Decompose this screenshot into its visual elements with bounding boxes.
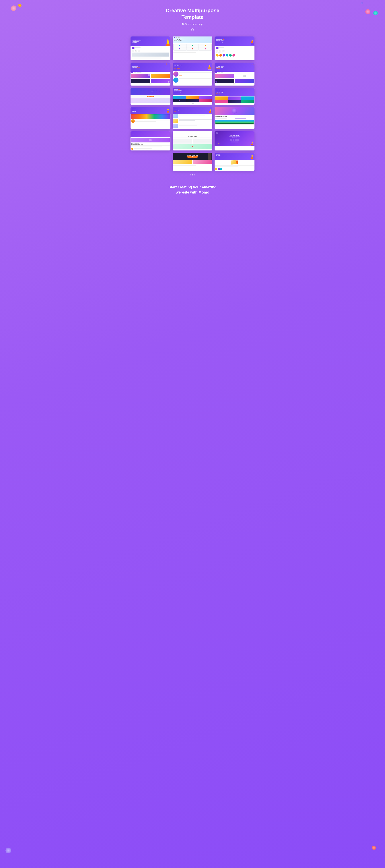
thumb-body-home-momo: 13 12. 15+ -25+	[130, 45, 170, 60]
coming-person	[251, 142, 254, 146]
stat-badge-13: 13	[132, 47, 134, 49]
pv2-grid	[173, 96, 212, 102]
cta-button[interactable]: Get In Touch	[147, 96, 154, 97]
thumb-header-pd: All We Do BeginsWith Your StoryPortfolio…	[215, 88, 255, 96]
pencils-image	[131, 114, 170, 119]
pv2-nav	[174, 89, 211, 90]
hst-all-link: All ports godemo	[250, 64, 254, 65]
saas-title: Better Agency/360 SolutionAt Your Finger…	[174, 38, 186, 41]
coming-soon-title: Coming Soon	[230, 134, 239, 136]
office-photo	[132, 53, 169, 57]
pv2-title: All We Do BeginsWith Your StoryPortfolio	[174, 90, 198, 94]
blog-list-title: Momo BlogList	[174, 110, 198, 112]
body-text-lines	[132, 57, 169, 59]
page-thumb-home-story[interactable]: All We Do BeginsWith Your Story 13 12. 1…	[215, 36, 255, 60]
product-grid	[173, 160, 212, 164]
blog-item-2	[173, 119, 212, 123]
blog-item-1	[173, 114, 212, 118]
hst-filter	[215, 72, 254, 73]
page-thumb-blog-list[interactable]: Momo BlogList	[173, 107, 213, 129]
contact-logo: Momo	[174, 133, 176, 133]
model-image	[208, 153, 212, 160]
pd-nav	[216, 90, 253, 90]
page-thumb-portfolio-story[interactable]: Your StoryPortfolio All ports godemo	[130, 63, 170, 86]
hst-portfolio-grid	[215, 74, 254, 83]
page-thumb-home-story-team[interactable]: All We Do BeginsWith Your StoryPortfolio…	[215, 63, 255, 86]
case-subtitle-text: Branding and designing each petal	[135, 120, 170, 120]
blog-text-3	[179, 124, 212, 126]
coming-soon-subtitle: Our new website is currently under const…	[229, 136, 240, 138]
sp2-title: All We Do BeginsWith YourStory Portfolio	[174, 65, 198, 69]
story-badge-13: 13	[216, 47, 219, 49]
team-section: Meet The Perfect Team	[216, 52, 253, 57]
thumb-body-home-story: 13 12. 15+ -25+ Meet The Perfect Team	[215, 45, 255, 60]
thumb-header-story-port2: All We Do BeginsWith YourStory Portfolio	[173, 63, 213, 71]
email-input-mini	[231, 142, 238, 143]
blog-text-1	[179, 114, 212, 116]
article-author-row	[131, 148, 170, 150]
pv2-pagination	[173, 102, 212, 104]
page-thumb-coming-soon[interactable]: Coming Soon Our new website is currently…	[215, 131, 255, 151]
article-line2	[131, 146, 162, 147]
logo-area: Branding and designing each petal	[131, 119, 170, 123]
case-nav	[132, 109, 169, 109]
decorative-blob-lavender	[5, 847, 11, 854]
coming-soon-header: Coming Soon Our new website is currently…	[215, 131, 255, 146]
summer-banner-content: SUMMER COLLECTION -35%	[187, 155, 198, 158]
contact-title: Get In Touch With Us	[173, 136, 212, 137]
contact-field2	[173, 139, 192, 140]
pd-link: All works godemo	[250, 89, 254, 90]
page-thumb-blog-article[interactable]: Momo ★★★★☆ Author Name Storytelling Offe…	[130, 131, 170, 151]
story-title: All We Do BeginsWith Your Story	[216, 40, 240, 42]
page-thumb-shop-details[interactable]: Check OurShop Details $24.00	[215, 153, 255, 171]
sp2-services2	[173, 78, 212, 83]
page-thumb-services-cta[interactable]: Have a burning question or project that …	[130, 88, 170, 105]
thumb-title-home-momo: Working Closely WithCustomers Is InOur M…	[132, 39, 156, 43]
contact-field1	[173, 137, 192, 138]
illus-title: Illustration Concept Design	[215, 116, 254, 117]
page-thumb-home-momo[interactable]: Working Closely WithCustomers Is InOur M…	[130, 36, 170, 60]
decorative-blob-red	[372, 846, 376, 850]
shop-nav	[216, 154, 253, 155]
thumb-header-portfolio: Your StoryPortfolio All ports godemo	[130, 63, 170, 72]
page-thumb-portfolio-dark[interactable]: All We Do BeginsWith Your StoryPortfolio…	[215, 88, 255, 105]
contact-textarea	[173, 141, 192, 144]
illus-line2	[215, 125, 246, 125]
saas-body	[173, 52, 213, 54]
page-header: Creative Multipurpose Template 16 Some i…	[166, 7, 219, 31]
page-thumb-illustration-concept[interactable]: Illustration Concept Design	[215, 107, 255, 129]
shop-details-body: $24.00	[215, 160, 255, 171]
blog-article-nav: Momo	[132, 134, 134, 134]
page-thumb-contact[interactable]: Momo Get In Touch With Us	[173, 131, 213, 151]
thumb-header-shop: Check OurShop Details	[215, 153, 255, 160]
port-title: Your StoryPortfolio	[132, 67, 156, 68]
page-thumb-summer-shop[interactable]: SUMMER COLLECTION -35%	[173, 153, 213, 171]
thumb-header-home-momo: Working Closely WithCustomers Is InOur M…	[130, 36, 170, 45]
hero-person-illustration	[166, 39, 170, 45]
story-stats: 12. 15+ -25+	[216, 50, 253, 52]
team-avatars	[216, 54, 253, 57]
blog-nav	[174, 109, 211, 109]
illus-line1	[215, 124, 254, 125]
blog-list-body	[173, 114, 213, 129]
hst-pagination	[215, 83, 254, 85]
blog-item-3	[173, 124, 212, 128]
thumb-header-home-story: All We Do BeginsWith Your Story	[215, 36, 255, 45]
thumb-header-hst: All We Do BeginsWith Your StoryPortfolio…	[215, 63, 255, 72]
hst-nav	[216, 65, 253, 65]
page-thumb-story-portfolio2[interactable]: All We Do BeginsWith YourStory Portfolio	[173, 63, 213, 86]
page-thumb-portfolio-v2[interactable]: All We Do BeginsWith Your StoryPortfolio…	[173, 88, 213, 105]
pages-grid: Working Closely WithCustomers Is InOur M…	[130, 36, 255, 171]
decorative-blob-teal	[373, 11, 378, 15]
article-title: Storytelling Offers Classic Stories	[131, 144, 170, 145]
hst-body	[215, 72, 255, 86]
page-thumb-case-details[interactable]: Case/PortfolioDetails v2 Branding and de…	[130, 107, 170, 129]
page-thumb-saas[interactable]: Better Agency/360 SolutionAt Your Finger…	[173, 36, 213, 60]
portfolio-filter-tabs	[131, 72, 170, 73]
blog-illustration	[208, 110, 212, 114]
decorative-blob-purple-sm	[360, 2, 363, 4]
contact-field3	[173, 140, 192, 141]
article-hero-image	[131, 138, 170, 143]
illus-body: Illustration Concept Design	[215, 115, 255, 126]
sp2-illustration	[207, 65, 212, 70]
